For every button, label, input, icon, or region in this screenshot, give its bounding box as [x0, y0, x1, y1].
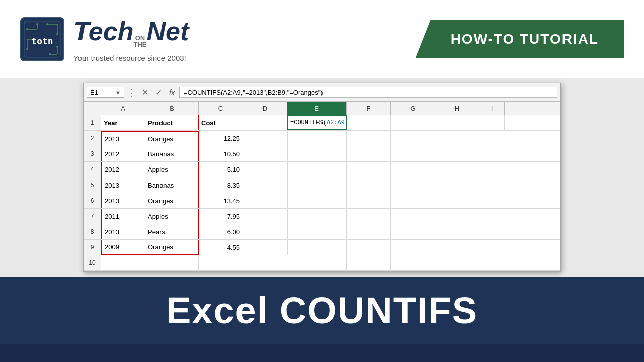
cell-i1[interactable]	[479, 115, 505, 130]
cell-f5[interactable]	[347, 177, 391, 193]
formula-input[interactable]: =COUNTIFS(A2:A9,"=2013",B2:B9,"=Oranges"…	[179, 87, 557, 98]
cell-e4[interactable]	[287, 162, 347, 177]
col-header-h[interactable]: H	[435, 102, 479, 115]
cell-i2[interactable]	[479, 131, 505, 146]
cell-b1[interactable]: Product	[145, 115, 199, 130]
cell-c3[interactable]: 10.50	[199, 146, 243, 161]
cell-e5[interactable]	[287, 177, 347, 193]
cell-h6[interactable]	[435, 193, 479, 208]
cell-e1[interactable]: =COUNTIFS(A2:A9,"=2013",B2:B9,"=Oranges"…	[287, 115, 347, 130]
cell-e8[interactable]	[287, 224, 347, 239]
cell-d1[interactable]	[243, 115, 287, 130]
cell-b7[interactable]: Apples	[145, 209, 199, 224]
cell-i5[interactable]	[479, 177, 505, 193]
cell-h10[interactable]	[435, 255, 479, 270]
cell-i9[interactable]	[479, 240, 505, 255]
cell-b5[interactable]: Bananas	[145, 177, 199, 193]
cell-b10[interactable]	[145, 255, 199, 270]
cell-a3[interactable]: 2012	[101, 146, 145, 161]
cell-b8[interactable]: Pears	[145, 224, 199, 239]
cell-c8[interactable]: 6.00	[199, 224, 243, 239]
cell-b4[interactable]: Apples	[145, 162, 199, 177]
cell-c2[interactable]: 12.25	[199, 131, 243, 146]
cell-g10[interactable]	[391, 255, 435, 270]
cell-f7[interactable]	[347, 209, 391, 224]
cell-b2[interactable]: Oranges	[145, 131, 199, 146]
cell-d7[interactable]	[243, 209, 287, 224]
cell-h9[interactable]	[435, 240, 479, 255]
cell-f6[interactable]	[347, 193, 391, 208]
cell-c4[interactable]: 5.10	[199, 162, 243, 177]
cell-i3[interactable]	[479, 146, 505, 161]
cell-d5[interactable]	[243, 177, 287, 193]
cell-d10[interactable]	[243, 255, 287, 270]
confirm-button[interactable]: ✓	[153, 87, 165, 97]
cell-c10[interactable]	[199, 255, 243, 270]
cell-e3[interactable]	[287, 146, 347, 161]
cell-h3[interactable]	[435, 146, 479, 161]
cell-h7[interactable]	[435, 209, 479, 224]
cell-d2[interactable]	[243, 131, 287, 146]
cell-g8[interactable]	[391, 224, 435, 239]
cell-b9[interactable]: Oranges	[145, 240, 199, 255]
col-header-g[interactable]: G	[391, 102, 435, 115]
col-header-a[interactable]: A	[101, 102, 145, 115]
cell-a10[interactable]	[101, 255, 145, 270]
cell-g6[interactable]	[391, 193, 435, 208]
cell-e6[interactable]	[287, 193, 347, 208]
cell-a7[interactable]: 2011	[101, 209, 145, 224]
cell-ref-dropdown-icon[interactable]: ▼	[115, 89, 121, 96]
cell-f4[interactable]	[347, 162, 391, 177]
cell-d8[interactable]	[243, 224, 287, 239]
cell-c1[interactable]: Cost	[199, 115, 243, 130]
cell-h4[interactable]	[435, 162, 479, 177]
cell-g9[interactable]	[391, 240, 435, 255]
cell-i6[interactable]	[479, 193, 505, 208]
cell-g3[interactable]	[391, 146, 435, 161]
cell-a9[interactable]: 2009	[101, 240, 145, 255]
cell-h5[interactable]	[435, 177, 479, 193]
cell-f10[interactable]	[347, 255, 391, 270]
cell-i7[interactable]	[479, 209, 505, 224]
cell-f2[interactable]	[347, 131, 391, 146]
cell-h8[interactable]	[435, 224, 479, 239]
col-header-i[interactable]: I	[479, 102, 505, 115]
cancel-button[interactable]: ✕	[139, 87, 151, 97]
cell-d4[interactable]	[243, 162, 287, 177]
cell-g1[interactable]	[391, 115, 435, 130]
cell-a6[interactable]: 2013	[101, 193, 145, 208]
cell-d3[interactable]	[243, 146, 287, 161]
cell-c6[interactable]: 13.45	[199, 193, 243, 208]
cell-b6[interactable]: Oranges	[145, 193, 199, 208]
cell-c9[interactable]: 4.55	[199, 240, 243, 255]
cell-g2[interactable]	[391, 131, 435, 146]
cell-a1[interactable]: Year	[101, 115, 145, 130]
cell-i10[interactable]	[479, 255, 505, 270]
cell-g7[interactable]	[391, 209, 435, 224]
cell-i4[interactable]	[479, 162, 505, 177]
col-header-f[interactable]: F	[347, 102, 391, 115]
cell-b3[interactable]: Bananas	[145, 146, 199, 161]
cell-reference-box[interactable]: E1 ▼	[87, 87, 124, 98]
cell-f1[interactable]	[347, 115, 391, 130]
cell-d6[interactable]	[243, 193, 287, 208]
cell-h2[interactable]	[435, 131, 479, 146]
cell-d9[interactable]	[243, 240, 287, 255]
col-header-e[interactable]: E	[287, 102, 347, 115]
cell-e10[interactable]	[287, 255, 347, 270]
cell-e9[interactable]	[287, 240, 347, 255]
cell-a2[interactable]: 2013	[101, 131, 145, 146]
cell-a5[interactable]: 2013	[101, 177, 145, 193]
cell-e7[interactable]	[287, 209, 347, 224]
cell-f8[interactable]	[347, 224, 391, 239]
cell-h1[interactable]	[435, 115, 479, 130]
col-header-c[interactable]: C	[199, 102, 243, 115]
cell-g4[interactable]	[391, 162, 435, 177]
col-header-b[interactable]: B	[145, 102, 199, 115]
cell-f3[interactable]	[347, 146, 391, 161]
cell-f9[interactable]	[347, 240, 391, 255]
cell-a8[interactable]: 2013	[101, 224, 145, 239]
col-header-d[interactable]: D	[243, 102, 287, 115]
cell-a4[interactable]: 2012	[101, 162, 145, 177]
cell-g5[interactable]	[391, 177, 435, 193]
